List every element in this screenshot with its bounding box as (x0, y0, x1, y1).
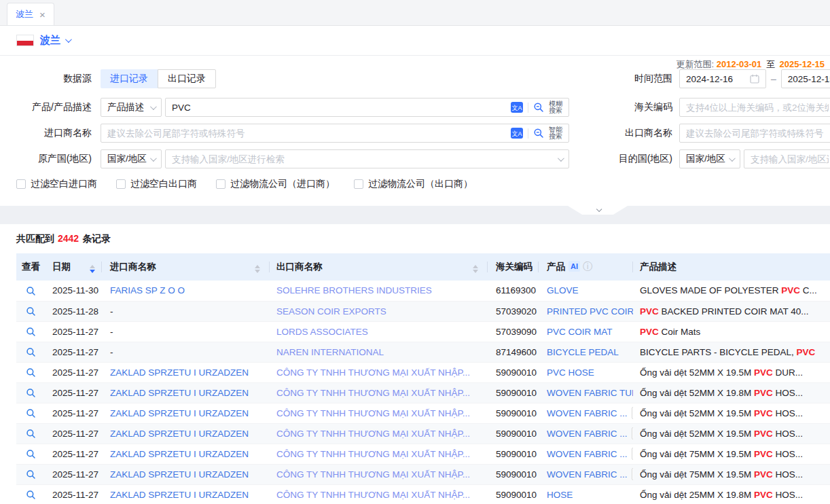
importer-cell: ZAKLAD SPRZETU I URZADZEN (102, 382, 270, 403)
info-icon[interactable]: ⓘ (583, 261, 592, 272)
importer-link[interactable]: - (110, 327, 113, 337)
product-cell: PRINTED PVC COIR M... (539, 301, 633, 321)
hs-code-input[interactable] (686, 103, 829, 113)
importer-link[interactable]: ZAKLAD SPRZETU I URZADZEN (110, 469, 249, 480)
fuzzy-search-button[interactable]: 模糊搜索 (549, 101, 562, 114)
importer-link[interactable]: - (110, 306, 113, 317)
date-cell: 2025-11-27 (46, 444, 102, 464)
exporter-link[interactable]: SOLEHRE BROTHERS INDUSTRIES (276, 285, 432, 295)
importer-link[interactable]: ZAKLAD SPRZETU I URZADZEN (110, 408, 249, 418)
checkbox-icon[interactable] (16, 179, 26, 189)
filter-checkbox[interactable]: 过滤空白进口商 (16, 178, 97, 190)
hs-code-cell: 61169300 (488, 281, 539, 301)
exporter-link[interactable]: CÔNG TY TNHH THƯƠNG MẠI XUẤT NHẬP... (276, 429, 470, 439)
origin-type-select[interactable]: 国家/地区 (101, 149, 162, 168)
view-record-button[interactable] (26, 327, 36, 337)
product-link[interactable]: GLOVE (547, 285, 579, 295)
product-input[interactable] (172, 103, 511, 113)
date-end-input[interactable] (788, 74, 830, 84)
product-label: 产品/产品描述 (0, 101, 92, 113)
exporter-link[interactable]: CÔNG TY TNHH THƯƠNG MẠI XUẤT NHẬP... (276, 408, 470, 418)
tab-export-records[interactable]: 出口记录 (158, 69, 216, 88)
product-link[interactable]: HOSE (547, 490, 573, 500)
exporter-link[interactable]: LORDS ASSOCIATES (276, 327, 368, 337)
date-start-input[interactable] (686, 74, 750, 84)
search-icon[interactable] (533, 102, 544, 113)
product-link[interactable]: PRINTED PVC COIR M... (547, 306, 633, 317)
view-record-button[interactable] (26, 490, 36, 500)
destination-input[interactable] (751, 154, 829, 164)
exporter-link[interactable]: CÔNG TY TNHH THƯƠNG MẠI XUẤT NHẬP... (276, 388, 470, 398)
product-link[interactable]: WOVEN FABRIC ... (547, 408, 628, 418)
exporter-link[interactable]: CÔNG TY TNHH THƯƠNG MẠI XUẤT NHẬP... (276, 449, 470, 459)
view-record-button[interactable] (26, 429, 36, 439)
translate-icon[interactable]: 文A (511, 128, 523, 139)
importer-link[interactable]: ZAKLAD SPRZETU I URZADZEN (110, 449, 249, 459)
exporter-input[interactable] (686, 128, 829, 139)
col-importer[interactable]: 进口商名称 (102, 253, 270, 281)
exporter-cell: SEASON COIR EXPORTS (270, 301, 488, 321)
filter-checkbox[interactable]: 过滤物流公司（进口商） (216, 178, 335, 190)
importer-link[interactable]: ZAKLAD SPRZETU I URZADZEN (110, 429, 249, 439)
view-record-button[interactable] (26, 347, 36, 357)
divider (528, 128, 528, 139)
collapse-panel-handle[interactable] (568, 206, 628, 215)
importer-link[interactable]: ZAKLAD SPRZETU I URZADZEN (110, 367, 249, 378)
exporter-link[interactable]: CÔNG TY TNHH THƯƠNG MẠI XUẤT NHẬP... (276, 469, 470, 480)
exporter-link[interactable]: NAREN INTERNATIONAL (276, 347, 384, 357)
col-date[interactable]: 日期 (46, 253, 102, 281)
origin-input[interactable] (172, 154, 558, 164)
importer-link[interactable]: ZAKLAD SPRZETU I URZADZEN (110, 388, 249, 398)
product-link[interactable]: BICYCLE PEDAL (547, 347, 619, 357)
product-cell: WOVEN FABRIC ...+1 (539, 444, 633, 464)
sort-date[interactable] (90, 262, 95, 276)
description-cell: Ống vải dệt 75MM X 19.5M PVC HOS... (633, 464, 830, 484)
product-link[interactable]: WOVEN FABRIC ... (547, 449, 628, 459)
filter-checkbox[interactable]: 过滤空白出口商 (116, 178, 197, 190)
col-exporter[interactable]: 出口商名称 (270, 253, 488, 281)
tab-import-records[interactable]: 进口记录 (101, 69, 158, 88)
view-record-button[interactable] (26, 449, 36, 459)
product-link[interactable]: WOVEN FABRIC ... (547, 429, 628, 439)
chevron-down-icon[interactable] (65, 36, 72, 43)
view-record-button[interactable] (26, 367, 36, 378)
checkbox-icon[interactable] (216, 179, 225, 189)
product-link[interactable]: PVC HOSE (547, 367, 594, 378)
table-row: 2025-11-27 ZAKLAD SPRZETU I URZADZEN CÔN… (16, 444, 830, 464)
view-record-button[interactable] (26, 469, 36, 480)
checkbox-icon[interactable] (116, 179, 126, 189)
importer-input[interactable] (107, 128, 511, 139)
description-cell: Ống vải dệt 52MM X 19.5M PVC HOS... (633, 403, 830, 423)
search-icon[interactable] (533, 128, 544, 139)
view-record-button[interactable] (26, 306, 36, 317)
product-cell: WOVEN FABRIC ...+1 (539, 403, 633, 423)
destination-type-select[interactable]: 国家/地区 (679, 149, 740, 168)
importer-link[interactable]: ZAKLAD SPRZETU I URZADZEN (110, 490, 249, 500)
view-record-button[interactable] (26, 286, 36, 296)
product-link[interactable]: PVC COIR MAT (547, 327, 613, 337)
view-record-button[interactable] (26, 388, 36, 398)
exporter-link[interactable]: SEASON COIR EXPORTS (276, 306, 386, 317)
table-header-row: 查看 日期 进口商名称 出口商名称 海关编码 产品AIⓘ 产品描述 (16, 253, 830, 281)
exporter-link[interactable]: CÔNG TY TNHH THƯƠNG MẠI XUẤT NHẬP... (276, 367, 470, 378)
translate-icon[interactable]: 文A (511, 102, 523, 113)
highlighted-keyword: PVC (754, 408, 773, 418)
sort-importer[interactable] (255, 262, 260, 276)
smart-search-button[interactable]: 智能搜索 (549, 126, 562, 140)
product-link[interactable]: WOVEN FABRIC ... (547, 469, 628, 480)
exporter-cell: CÔNG TY TNHH THƯƠNG MẠI XUẤT NHẬP... (270, 423, 488, 444)
product-cell: GLOVE (539, 281, 633, 301)
filter-checkbox[interactable]: 过滤物流公司（出口商） (354, 178, 473, 190)
importer-link[interactable]: FARIAS SP Z O O (110, 285, 185, 295)
close-icon[interactable]: × (39, 10, 46, 20)
importer-link[interactable]: - (110, 347, 113, 357)
product-type-select[interactable]: 产品描述 (101, 98, 162, 117)
description-cell: PVC BACKED PRINTED COIR MAT 40... (633, 301, 830, 321)
exporter-link[interactable]: CÔNG TY TNHH THƯƠNG MẠI XUẤT NHẬP... (276, 490, 470, 500)
product-link[interactable]: WOVEN FABRIC TUBE (547, 388, 633, 398)
checkbox-icon[interactable] (354, 179, 363, 189)
calendar-icon[interactable] (750, 74, 759, 84)
view-record-button[interactable] (26, 408, 36, 418)
sort-exporter[interactable] (473, 262, 478, 276)
tab-poland[interactable]: 波兰 × (7, 3, 54, 25)
